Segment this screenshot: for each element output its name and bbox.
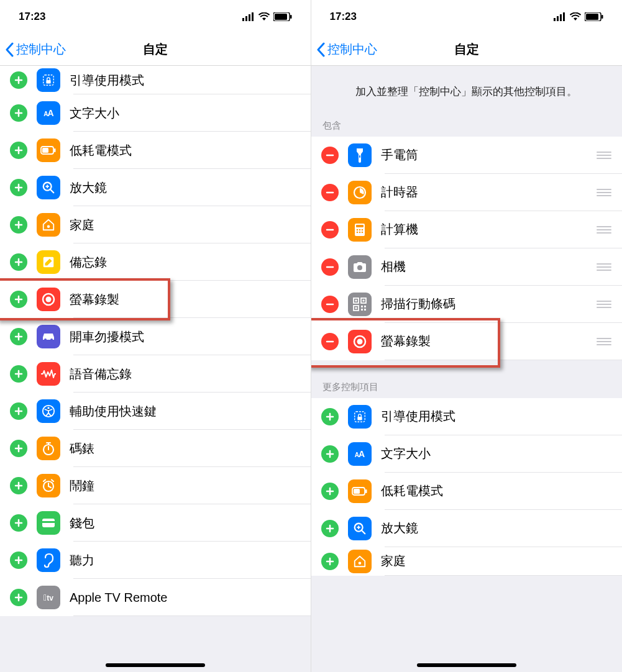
cellular-icon	[554, 12, 566, 21]
svg-point-120	[358, 561, 361, 565]
svg-point-82	[356, 231, 358, 233]
svg-rect-68	[563, 12, 565, 21]
row-home: 家庭	[311, 547, 623, 576]
svg-rect-94	[361, 306, 363, 307]
row-label: Apple TV Remote	[70, 591, 301, 605]
remove-button[interactable]	[321, 221, 339, 238]
svg-point-100	[357, 338, 362, 344]
svg-rect-91	[362, 299, 364, 301]
search-plus-icon	[348, 517, 372, 540]
car-icon	[37, 325, 60, 348]
add-button[interactable]	[321, 483, 339, 500]
add-button[interactable]	[10, 589, 27, 606]
add-button[interactable]	[10, 365, 27, 383]
row-calculator: 計算機	[311, 211, 623, 248]
add-button[interactable]	[10, 552, 27, 569]
record-icon	[37, 288, 60, 311]
remove-button[interactable]	[321, 184, 339, 201]
svg-rect-17	[42, 148, 48, 153]
row-label: 相機	[381, 258, 597, 275]
row-flashlight: 手電筒	[311, 137, 623, 174]
row-magnifier: 放大鏡	[311, 510, 623, 547]
home-icon	[348, 550, 372, 573]
remove-button[interactable]	[321, 296, 339, 313]
wifi-icon	[570, 12, 581, 21]
back-button[interactable]: 控制中心	[0, 41, 66, 58]
row-label: 鬧鐘	[70, 478, 301, 494]
row-low-power: 低耗電模式	[311, 473, 623, 510]
home-indicator[interactable]	[417, 663, 516, 667]
add-button[interactable]	[10, 71, 27, 89]
nav-bar: 控制中心 自定	[311, 34, 623, 66]
lock-dashed-icon	[348, 405, 372, 429]
row-label: 計時器	[381, 184, 597, 201]
svg-point-83	[359, 231, 360, 233]
record-icon	[348, 330, 372, 353]
row-do-not-disturb-driving: 開車勿擾模式	[0, 318, 311, 355]
remove-button[interactable]	[321, 147, 339, 164]
back-button[interactable]: 控制中心	[311, 41, 377, 58]
aa-icon: AA	[37, 101, 60, 125]
qr-icon	[348, 293, 372, 316]
svg-line-56	[52, 480, 53, 482]
phone-right: 17:23 控制中心 自定 加入並整理「控制中心」顯示的其他控制項目。 包含 手…	[311, 0, 623, 672]
svg-rect-89	[355, 299, 357, 301]
svg-line-115	[361, 530, 365, 534]
row-text-size: AA文字大小	[311, 435, 623, 473]
add-button[interactable]	[10, 179, 27, 196]
calculator-icon	[348, 218, 372, 242]
battery-icon	[273, 12, 292, 21]
remove-button[interactable]	[321, 333, 339, 350]
drag-handle[interactable]	[596, 338, 612, 345]
add-button[interactable]	[10, 104, 27, 122]
svg-rect-2	[249, 14, 250, 21]
more-list: 引導使用模式AA文字大小低耗電模式放大鏡家庭	[311, 398, 623, 576]
drag-handle[interactable]	[596, 226, 612, 234]
row-label: 低耗電模式	[381, 483, 613, 499]
add-button[interactable]	[321, 553, 339, 570]
add-button[interactable]	[10, 216, 27, 234]
add-button[interactable]	[10, 477, 27, 494]
row-camera: 相機	[311, 248, 623, 286]
status-bar: 17:23	[0, 0, 311, 34]
add-button[interactable]	[10, 328, 27, 345]
drag-handle[interactable]	[596, 189, 612, 196]
svg-point-80	[359, 229, 360, 230]
scroll-area-left[interactable]: 引導使用模式AA文字大小低耗電模式放大鏡家庭備忘錄螢幕錄製開車勿擾模式語音備忘錄…	[0, 66, 311, 672]
svg-rect-0	[242, 18, 244, 21]
home-indicator[interactable]	[106, 663, 205, 667]
svg-rect-71	[601, 15, 603, 19]
row-voice-memos: 語音備忘錄	[0, 355, 311, 393]
add-button[interactable]	[321, 408, 339, 425]
row-alarm: 鬧鐘	[0, 467, 311, 504]
row-label: 放大鏡	[381, 520, 613, 537]
accessibility-icon	[37, 399, 60, 423]
row-wallet: 錢包	[0, 504, 311, 542]
scroll-area-right[interactable]: 加入並整理「控制中心」顯示的其他控制項目。 包含 手電筒計時器計算機相機掃描行動…	[311, 66, 623, 672]
remove-button[interactable]	[321, 258, 339, 276]
row-label: 語音備忘錄	[70, 366, 301, 383]
drag-handle[interactable]	[596, 263, 612, 271]
svg-point-84	[361, 231, 363, 233]
add-button[interactable]	[321, 520, 339, 537]
flashlight-icon	[348, 143, 372, 167]
add-button[interactable]	[10, 440, 27, 457]
svg-rect-5	[275, 14, 287, 20]
add-button[interactable]	[10, 142, 27, 159]
add-button[interactable]	[10, 291, 27, 308]
drag-handle[interactable]	[596, 152, 612, 159]
svg-rect-73	[359, 155, 360, 158]
add-button[interactable]	[10, 514, 27, 532]
row-label: 引導使用模式	[381, 408, 613, 425]
svg-line-55	[43, 480, 45, 482]
add-button[interactable]	[10, 402, 27, 420]
drag-handle[interactable]	[596, 301, 612, 308]
svg-rect-111	[354, 489, 360, 494]
add-button[interactable]	[10, 253, 27, 271]
svg-rect-67	[560, 14, 562, 21]
add-button[interactable]	[321, 445, 339, 463]
svg-point-86	[357, 265, 362, 270]
ear-icon	[37, 548, 60, 572]
row-apple-tv-remote: tvApple TV Remote	[0, 579, 311, 616]
search-plus-icon	[37, 176, 60, 199]
